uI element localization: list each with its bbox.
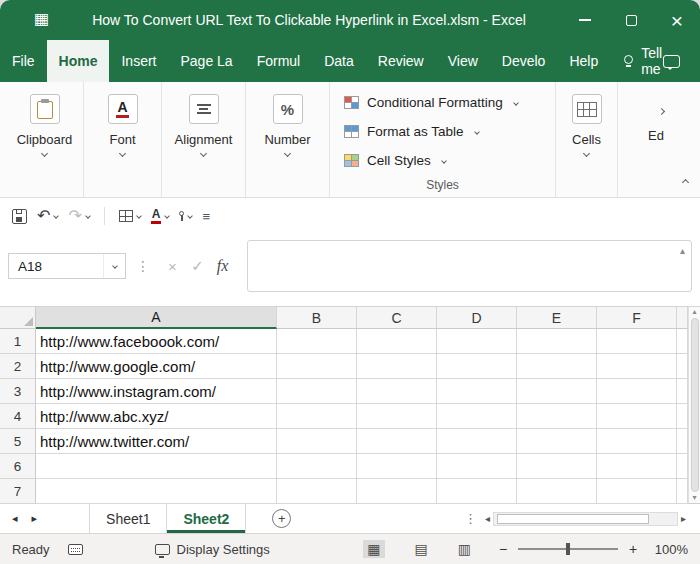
row-header-4[interactable]: 4 [0,404,36,429]
font-group-button[interactable]: A Font [84,82,162,197]
cell-D6[interactable] [437,454,517,479]
cell-B2[interactable] [277,354,357,379]
cell-partial-5[interactable] [677,429,688,454]
column-header-C[interactable]: C [357,307,437,329]
conditional-formatting-button[interactable]: Conditional Formatting [344,88,555,117]
collapse-ribbon-button[interactable] [683,171,688,189]
cell-E3[interactable] [517,379,597,404]
cell-D5[interactable] [437,429,517,454]
cell-F6[interactable] [597,454,677,479]
cell-F1[interactable] [597,329,677,354]
cell-D4[interactable] [437,404,517,429]
row-header-6[interactable]: 6 [0,454,36,479]
cell-C4[interactable] [357,404,437,429]
formula-bar-input[interactable]: ▴ [247,240,692,292]
scroll-left-icon[interactable]: ◂ [485,514,490,524]
cell-D3[interactable] [437,379,517,404]
cell-F5[interactable] [597,429,677,454]
cell-C6[interactable] [357,454,437,479]
cell-B7[interactable] [277,479,357,504]
enter-button[interactable]: ✓ [185,257,210,275]
cell-B1[interactable] [277,329,357,354]
row-header-1[interactable]: 1 [0,329,36,354]
ribbon-scroll-right-button[interactable] [659,100,664,118]
cell-C7[interactable] [357,479,437,504]
cells-group-button[interactable]: Cells [556,82,618,197]
tab-view[interactable]: View [436,40,490,82]
row-header-7[interactable]: 7 [0,479,36,504]
cell-E6[interactable] [517,454,597,479]
select-all-button[interactable] [0,307,36,329]
cell-A6[interactable] [36,454,277,479]
cell-D2[interactable] [437,354,517,379]
cell-A1[interactable]: http://www.faceboook.com/ [36,329,277,354]
cell-partial-2[interactable] [677,354,688,379]
horizontal-scrollbar[interactable]: ◂ ▸ [477,504,686,533]
cell-A5[interactable]: http://www.twitter.com/ [36,429,277,454]
tab-formulas[interactable]: Formul [245,40,313,82]
cell-F3[interactable] [597,379,677,404]
zoom-out-button[interactable]: − [497,541,509,557]
clipboard-group-button[interactable]: Clipboard [6,82,84,197]
cell-partial-1[interactable] [677,329,688,354]
normal-view-button[interactable]: ▦ [363,540,384,558]
comments-button[interactable] [663,40,700,82]
redo-button[interactable]: ↷ [68,208,89,224]
touch-mode-button[interactable] [179,211,192,221]
tab-developer[interactable]: Develo [490,40,558,82]
horizontal-scrollbar-track[interactable] [493,512,678,526]
borders-button[interactable] [119,210,141,222]
minimize-button[interactable] [562,0,608,40]
column-header-D[interactable]: D [437,307,517,329]
scroll-up-icon[interactable]: ▴ [692,308,696,316]
name-box-dropdown[interactable] [103,254,125,278]
cell-A3[interactable]: http://www.instagram.com/ [36,379,277,404]
save-button[interactable] [12,209,27,224]
number-group-button[interactable]: % Number [246,82,330,197]
tab-scroll-divider[interactable]: ⋮ [464,504,477,533]
tab-data[interactable]: Data [312,40,366,82]
column-header-B[interactable]: B [277,307,357,329]
cell-E5[interactable] [517,429,597,454]
cell-F4[interactable] [597,404,677,429]
cell-E2[interactable] [517,354,597,379]
column-header-partial[interactable] [677,307,688,329]
cell-A4[interactable]: http://www.abc.xyz/ [36,404,277,429]
cell-E7[interactable] [517,479,597,504]
cell-F7[interactable] [597,479,677,504]
font-color-button[interactable]: A [151,208,170,224]
display-settings-button[interactable]: Display Settings [155,542,270,557]
tab-file[interactable]: File [0,40,47,82]
tell-me-box[interactable]: Tell me [624,40,663,82]
tab-help[interactable]: Help [557,40,610,82]
alignment-group-button[interactable]: Alignment [162,82,246,197]
cell-F2[interactable] [597,354,677,379]
cell-C1[interactable] [357,329,437,354]
sheet-nav-left-icon[interactable]: ◂ [12,512,18,525]
macro-record-icon[interactable] [68,544,83,555]
new-sheet-button[interactable]: + [272,509,291,528]
cell-C2[interactable] [357,354,437,379]
row-header-5[interactable]: 5 [0,429,36,454]
row-header-2[interactable]: 2 [0,354,36,379]
horizontal-scrollbar-thumb[interactable] [497,514,649,524]
cell-A2[interactable]: http://www.google.com/ [36,354,277,379]
column-header-F[interactable]: F [597,307,677,329]
format-as-table-button[interactable]: Format as Table [344,117,555,146]
cell-D1[interactable] [437,329,517,354]
page-break-view-button[interactable]: ▥ [458,542,471,556]
name-box[interactable]: A18 [8,253,126,279]
sheet-tab-sheet1[interactable]: Sheet1 [89,504,167,533]
zoom-in-button[interactable]: + [627,541,639,557]
tab-insert[interactable]: Insert [109,40,168,82]
expand-formula-bar-button[interactable]: ▴ [680,245,685,256]
zoom-slider-thumb[interactable] [566,543,570,555]
close-button[interactable]: × [654,0,700,40]
tab-home[interactable]: Home [47,40,110,82]
cell-C5[interactable] [357,429,437,454]
undo-button[interactable]: ↶ [37,208,58,224]
maximize-button[interactable] [608,0,654,40]
tab-review[interactable]: Review [366,40,436,82]
vertical-scrollbar[interactable]: ▴ ▾ [688,307,700,503]
cell-B3[interactable] [277,379,357,404]
